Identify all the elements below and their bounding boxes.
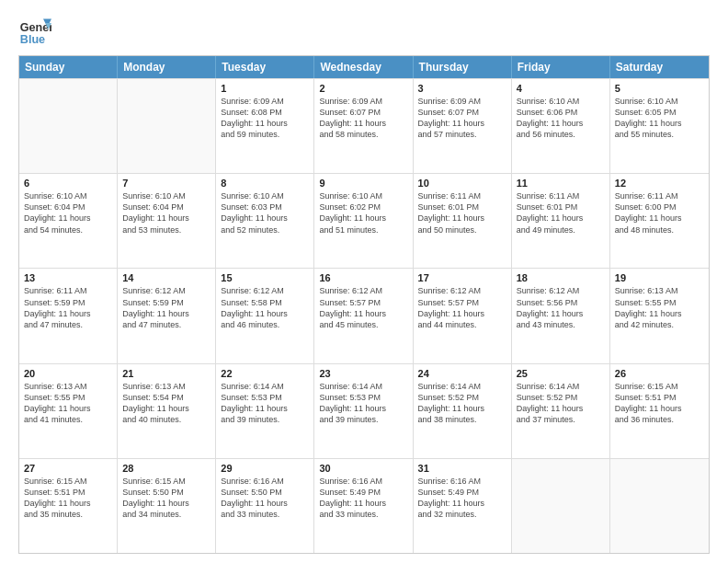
calendar-cell: 8Sunrise: 6:10 AMSunset: 6:03 PMDaylight…: [216, 174, 314, 268]
day-info: Sunrise: 6:10 AMSunset: 6:06 PMDaylight:…: [517, 96, 605, 141]
page: General Blue SundayMondayTuesdayWednesda…: [0, 0, 728, 563]
calendar-row: 20Sunrise: 6:13 AMSunset: 5:55 PMDayligh…: [19, 363, 709, 458]
day-number: 29: [221, 463, 309, 474]
day-number: 24: [418, 368, 506, 379]
day-info: Sunrise: 6:13 AMSunset: 5:55 PMDaylight:…: [615, 285, 704, 330]
calendar-cell: 10Sunrise: 6:11 AMSunset: 6:01 PMDayligh…: [414, 174, 512, 268]
day-number: 6: [24, 178, 112, 189]
calendar-cell: 3Sunrise: 6:09 AMSunset: 6:07 PMDaylight…: [414, 79, 512, 173]
day-info: Sunrise: 6:10 AMSunset: 6:04 PMDaylight:…: [24, 190, 112, 236]
calendar-cell: 17Sunrise: 6:12 AMSunset: 5:57 PMDayligh…: [414, 269, 512, 362]
calendar-cell: 31Sunrise: 6:16 AMSunset: 5:49 PMDayligh…: [414, 459, 512, 553]
weekday-header: Sunday: [19, 56, 118, 78]
day-number: 16: [319, 272, 407, 283]
day-info: Sunrise: 6:14 AMSunset: 5:53 PMDaylight:…: [221, 381, 309, 426]
day-info: Sunrise: 6:09 AMSunset: 6:07 PMDaylight:…: [319, 96, 407, 141]
calendar-cell: 15Sunrise: 6:12 AMSunset: 5:58 PMDayligh…: [216, 269, 314, 362]
day-number: 17: [418, 272, 506, 283]
day-info: Sunrise: 6:16 AMSunset: 5:50 PMDaylight:…: [221, 476, 309, 521]
calendar-cell: 29Sunrise: 6:16 AMSunset: 5:50 PMDayligh…: [216, 459, 314, 553]
day-info: Sunrise: 6:15 AMSunset: 5:50 PMDaylight:…: [122, 476, 210, 521]
calendar-cell: 18Sunrise: 6:12 AMSunset: 5:56 PMDayligh…: [512, 269, 610, 362]
svg-text:Blue: Blue: [20, 33, 45, 46]
calendar-body: 1Sunrise: 6:09 AMSunset: 6:08 PMDaylight…: [19, 78, 709, 553]
day-number: 10: [418, 178, 506, 189]
day-number: 22: [221, 368, 309, 379]
calendar-cell: [512, 459, 610, 553]
calendar-cell: 24Sunrise: 6:14 AMSunset: 5:52 PMDayligh…: [414, 364, 512, 458]
calendar-cell: 13Sunrise: 6:11 AMSunset: 5:59 PMDayligh…: [19, 269, 118, 362]
calendar-cell: 2Sunrise: 6:09 AMSunset: 6:07 PMDaylight…: [314, 79, 413, 173]
calendar-cell: 26Sunrise: 6:15 AMSunset: 5:51 PMDayligh…: [610, 364, 709, 458]
logo-icon: General Blue: [18, 15, 51, 48]
day-info: Sunrise: 6:14 AMSunset: 5:53 PMDaylight:…: [319, 381, 407, 426]
day-info: Sunrise: 6:11 AMSunset: 6:01 PMDaylight:…: [517, 190, 605, 236]
day-number: 31: [418, 463, 506, 474]
day-number: 26: [615, 368, 704, 379]
day-info: Sunrise: 6:12 AMSunset: 5:56 PMDaylight:…: [517, 285, 605, 330]
day-info: Sunrise: 6:16 AMSunset: 5:49 PMDaylight:…: [319, 476, 407, 521]
day-number: 12: [615, 178, 704, 189]
day-info: Sunrise: 6:11 AMSunset: 5:59 PMDaylight:…: [24, 285, 112, 330]
day-info: Sunrise: 6:10 AMSunset: 6:04 PMDaylight:…: [122, 190, 210, 236]
calendar-cell: 7Sunrise: 6:10 AMSunset: 6:04 PMDaylight…: [118, 174, 216, 268]
day-number: 8: [221, 178, 309, 189]
day-number: 1: [221, 83, 309, 94]
weekday-header: Monday: [118, 56, 216, 78]
calendar-cell: 11Sunrise: 6:11 AMSunset: 6:01 PMDayligh…: [512, 174, 610, 268]
day-number: 23: [319, 368, 407, 379]
weekday-header: Wednesday: [314, 56, 413, 78]
weekday-header: Saturday: [610, 56, 709, 78]
day-number: 25: [517, 368, 605, 379]
day-info: Sunrise: 6:10 AMSunset: 6:05 PMDaylight:…: [615, 96, 704, 141]
day-info: Sunrise: 6:11 AMSunset: 6:00 PMDaylight:…: [615, 190, 704, 236]
calendar-cell: 28Sunrise: 6:15 AMSunset: 5:50 PMDayligh…: [118, 459, 216, 553]
day-number: 27: [24, 463, 112, 474]
day-info: Sunrise: 6:10 AMSunset: 6:03 PMDaylight:…: [221, 190, 309, 236]
calendar-cell: [118, 79, 216, 173]
calendar-row: 1Sunrise: 6:09 AMSunset: 6:08 PMDaylight…: [19, 78, 709, 173]
calendar-cell: 5Sunrise: 6:10 AMSunset: 6:05 PMDaylight…: [610, 79, 709, 173]
calendar-cell: [19, 79, 118, 173]
day-info: Sunrise: 6:11 AMSunset: 6:01 PMDaylight:…: [418, 190, 506, 236]
calendar-cell: 27Sunrise: 6:15 AMSunset: 5:51 PMDayligh…: [19, 459, 118, 553]
calendar-row: 27Sunrise: 6:15 AMSunset: 5:51 PMDayligh…: [19, 458, 709, 553]
day-number: 21: [122, 368, 210, 379]
calendar-cell: 23Sunrise: 6:14 AMSunset: 5:53 PMDayligh…: [314, 364, 413, 458]
day-number: 28: [122, 463, 210, 474]
weekday-header: Tuesday: [216, 56, 314, 78]
calendar-header: SundayMondayTuesdayWednesdayThursdayFrid…: [19, 56, 709, 78]
day-info: Sunrise: 6:09 AMSunset: 6:08 PMDaylight:…: [221, 96, 309, 141]
calendar-cell: 22Sunrise: 6:14 AMSunset: 5:53 PMDayligh…: [216, 364, 314, 458]
day-info: Sunrise: 6:12 AMSunset: 5:57 PMDaylight:…: [418, 285, 506, 330]
day-info: Sunrise: 6:10 AMSunset: 6:02 PMDaylight:…: [319, 190, 407, 236]
day-info: Sunrise: 6:15 AMSunset: 5:51 PMDaylight:…: [24, 476, 112, 521]
calendar: SundayMondayTuesdayWednesdayThursdayFrid…: [18, 55, 710, 554]
day-number: 3: [418, 83, 506, 94]
day-number: 7: [122, 178, 210, 189]
calendar-cell: 4Sunrise: 6:10 AMSunset: 6:06 PMDaylight…: [512, 79, 610, 173]
calendar-cell: 9Sunrise: 6:10 AMSunset: 6:02 PMDaylight…: [314, 174, 413, 268]
calendar-cell: 30Sunrise: 6:16 AMSunset: 5:49 PMDayligh…: [314, 459, 413, 553]
day-number: 4: [517, 83, 605, 94]
day-number: 19: [615, 272, 704, 283]
header: General Blue: [18, 15, 710, 48]
day-info: Sunrise: 6:12 AMSunset: 5:58 PMDaylight:…: [221, 285, 309, 330]
calendar-cell: 20Sunrise: 6:13 AMSunset: 5:55 PMDayligh…: [19, 364, 118, 458]
logo: General Blue: [18, 15, 51, 48]
day-info: Sunrise: 6:15 AMSunset: 5:51 PMDaylight:…: [615, 381, 704, 426]
day-number: 11: [517, 178, 605, 189]
day-info: Sunrise: 6:13 AMSunset: 5:54 PMDaylight:…: [122, 381, 210, 426]
calendar-cell: 16Sunrise: 6:12 AMSunset: 5:57 PMDayligh…: [314, 269, 413, 362]
day-number: 13: [24, 272, 112, 283]
calendar-cell: 21Sunrise: 6:13 AMSunset: 5:54 PMDayligh…: [118, 364, 216, 458]
calendar-cell: 6Sunrise: 6:10 AMSunset: 6:04 PMDaylight…: [19, 174, 118, 268]
day-info: Sunrise: 6:12 AMSunset: 5:59 PMDaylight:…: [122, 285, 210, 330]
calendar-cell: 1Sunrise: 6:09 AMSunset: 6:08 PMDaylight…: [216, 79, 314, 173]
day-info: Sunrise: 6:16 AMSunset: 5:49 PMDaylight:…: [418, 476, 506, 521]
calendar-cell: [610, 459, 709, 553]
day-number: 5: [615, 83, 704, 94]
day-number: 15: [221, 272, 309, 283]
day-number: 30: [319, 463, 407, 474]
weekday-header: Friday: [512, 56, 610, 78]
